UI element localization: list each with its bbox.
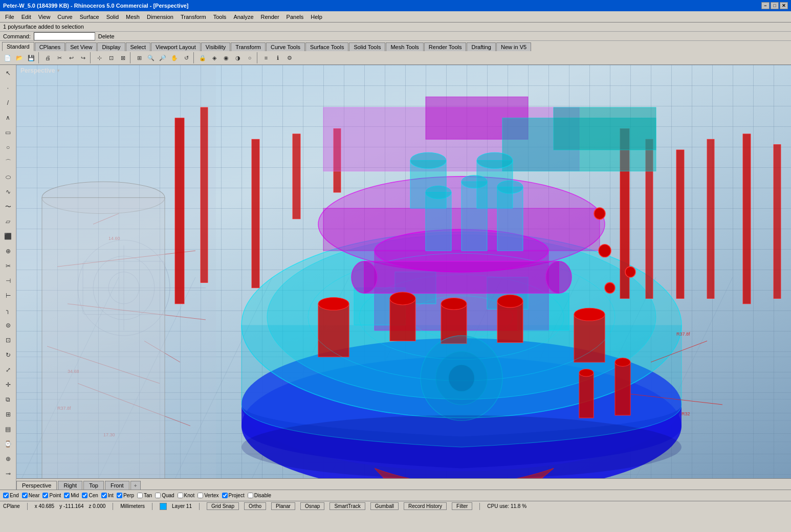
menu-mesh[interactable]: Mesh bbox=[123, 13, 143, 21]
snap-point-checkbox[interactable] bbox=[42, 493, 48, 498]
extrude-tool-icon[interactable]: ⬛ bbox=[1, 229, 15, 243]
snap-near[interactable]: Near bbox=[22, 493, 40, 498]
menu-edit[interactable]: Edit bbox=[18, 13, 34, 21]
tab-new-v5[interactable]: New in V5 bbox=[496, 42, 531, 51]
maximize-button[interactable]: □ bbox=[771, 2, 779, 9]
redo-icon[interactable]: ↪ bbox=[77, 52, 89, 63]
snap-knot[interactable]: Knot bbox=[178, 493, 195, 498]
point-tool-icon[interactable]: · bbox=[1, 81, 15, 95]
trim-tool-icon[interactable]: ✂ bbox=[1, 259, 15, 273]
tab-curve-tools[interactable]: Curve Tools bbox=[266, 42, 305, 51]
menu-panels[interactable]: Panels bbox=[283, 13, 307, 21]
snap-perp[interactable]: Perp bbox=[117, 493, 134, 498]
measure-tool-icon[interactable]: ⊸ bbox=[1, 467, 15, 481]
ellipse-tool-icon[interactable]: ⬭ bbox=[1, 170, 15, 184]
tab-select[interactable]: Select bbox=[126, 42, 151, 51]
viewport[interactable]: 14.60 34.68 17.30 R37.8f bbox=[16, 65, 791, 490]
snap-disable-checkbox[interactable] bbox=[248, 493, 253, 498]
tab-viewport-layout[interactable]: Viewport Layout bbox=[151, 42, 201, 51]
delete-label[interactable]: Delete bbox=[98, 33, 115, 39]
rectangle-tool-icon[interactable]: ▭ bbox=[1, 125, 15, 140]
fillet-tool-icon[interactable]: ╮ bbox=[1, 303, 15, 318]
tab-visibility[interactable]: Visibility bbox=[201, 42, 231, 51]
tab-drafting[interactable]: Drafting bbox=[467, 42, 496, 51]
lock-icon[interactable]: 🔒 bbox=[197, 52, 208, 63]
menu-analyze[interactable]: Analyze bbox=[230, 13, 256, 21]
select-icon[interactable]: ⊹ bbox=[94, 52, 105, 63]
offset-tool-icon[interactable]: ⊜ bbox=[1, 318, 15, 332]
menu-file[interactable]: File bbox=[2, 13, 17, 21]
planar-button[interactable]: Planar bbox=[271, 502, 295, 510]
rotate-view-icon[interactable]: ↺ bbox=[181, 52, 192, 63]
wire-icon[interactable]: ○ bbox=[244, 52, 255, 63]
arc-tool-icon[interactable]: ⌒ bbox=[1, 155, 15, 169]
tab-render-tools[interactable]: Render Tools bbox=[424, 42, 467, 51]
snap-cen-checkbox[interactable] bbox=[82, 493, 87, 498]
snap-cen[interactable]: Cen bbox=[82, 493, 98, 498]
menu-tools[interactable]: Tools bbox=[210, 13, 230, 21]
settings-icon[interactable]: ⚙ bbox=[284, 52, 295, 63]
cut-icon[interactable]: ✂ bbox=[54, 52, 65, 63]
menu-view[interactable]: View bbox=[35, 13, 54, 21]
snap-end-checkbox[interactable] bbox=[3, 493, 9, 498]
snap-knot-checkbox[interactable] bbox=[178, 493, 183, 498]
snap-tan[interactable]: Tan bbox=[137, 493, 152, 498]
curve-tool-icon[interactable]: ∿ bbox=[1, 185, 15, 199]
menu-dimension[interactable]: Dimension bbox=[144, 13, 177, 21]
ortho-button[interactable]: Ortho bbox=[244, 502, 266, 510]
tab-right[interactable]: Right bbox=[58, 481, 82, 490]
snap-near-checkbox[interactable] bbox=[22, 493, 28, 498]
snap-tan-checkbox[interactable] bbox=[137, 493, 143, 498]
group-tool-icon[interactable]: ▤ bbox=[1, 422, 15, 436]
snap-mid-checkbox[interactable] bbox=[64, 493, 70, 498]
tab-standard[interactable]: Standard bbox=[2, 42, 34, 51]
tab-surface-tools[interactable]: Surface Tools bbox=[305, 42, 348, 51]
snap-end[interactable]: End bbox=[3, 493, 19, 498]
record-history-button[interactable]: Record History bbox=[404, 502, 447, 510]
surface-tool-icon[interactable]: ▱ bbox=[1, 214, 15, 229]
freeform-tool-icon[interactable]: 〜 bbox=[1, 199, 15, 214]
zoom-extent-icon[interactable]: ⊞ bbox=[134, 52, 145, 63]
pan-icon[interactable]: ✋ bbox=[169, 52, 180, 63]
smarttrack-button[interactable]: SmartTrack bbox=[329, 502, 365, 510]
gumball-button[interactable]: Gumball bbox=[370, 502, 399, 510]
save-file-icon[interactable]: 💾 bbox=[26, 52, 37, 63]
polyline-tool-icon[interactable]: ∧ bbox=[1, 110, 15, 125]
menu-curve[interactable]: Curve bbox=[54, 13, 75, 21]
shade-icon[interactable]: ◑ bbox=[232, 52, 244, 63]
zoom-out-icon[interactable]: 🔎 bbox=[157, 52, 168, 63]
snappy-tool-icon[interactable]: ⊕ bbox=[1, 452, 15, 466]
grid-snap-button[interactable]: Grid Snap bbox=[207, 502, 239, 510]
add-viewport-tab[interactable]: + bbox=[130, 481, 141, 490]
zoom-in-icon[interactable]: 🔍 bbox=[145, 52, 157, 63]
snap-point[interactable]: Point bbox=[42, 493, 61, 498]
tab-front[interactable]: Front bbox=[105, 481, 129, 490]
snap-quad[interactable]: Quad bbox=[155, 493, 174, 498]
window-select-icon[interactable]: ⊡ bbox=[105, 52, 117, 63]
tab-cplanes[interactable]: CPlanes bbox=[35, 42, 65, 51]
snap-int-checkbox[interactable] bbox=[101, 493, 107, 498]
join-tool-icon[interactable]: ⊢ bbox=[1, 289, 15, 303]
command-input[interactable] bbox=[34, 32, 95, 40]
tab-display[interactable]: Display bbox=[97, 42, 125, 51]
snap-mid[interactable]: Mid bbox=[64, 493, 79, 498]
rotate-tool-icon[interactable]: ↻ bbox=[1, 348, 15, 362]
print-icon[interactable]: 🖨 bbox=[42, 52, 53, 63]
snap-vertex[interactable]: Vertex bbox=[197, 493, 218, 498]
tab-set-view[interactable]: Set View bbox=[65, 42, 97, 51]
cursor-tool-icon[interactable]: ↖ bbox=[1, 66, 15, 80]
deselect-icon[interactable]: ⊠ bbox=[117, 52, 128, 63]
menu-render[interactable]: Render bbox=[258, 13, 282, 21]
tab-transform[interactable]: Transform bbox=[231, 42, 266, 51]
filter-button[interactable]: Filter bbox=[452, 502, 472, 510]
tab-top[interactable]: Top bbox=[83, 481, 104, 490]
snap-project-checkbox[interactable] bbox=[222, 493, 228, 498]
snap-quad-checkbox[interactable] bbox=[155, 493, 161, 498]
snap-int[interactable]: Int bbox=[101, 493, 114, 498]
split-tool-icon[interactable]: ⊣ bbox=[1, 274, 15, 288]
snap-disable[interactable]: Disable bbox=[248, 493, 271, 498]
tab-perspective[interactable]: Perspective bbox=[16, 481, 57, 490]
mirror-tool-icon[interactable]: ⊡ bbox=[1, 333, 15, 347]
snap-project[interactable]: Project bbox=[222, 493, 245, 498]
history-tool-icon[interactable]: ⌚ bbox=[1, 437, 15, 451]
